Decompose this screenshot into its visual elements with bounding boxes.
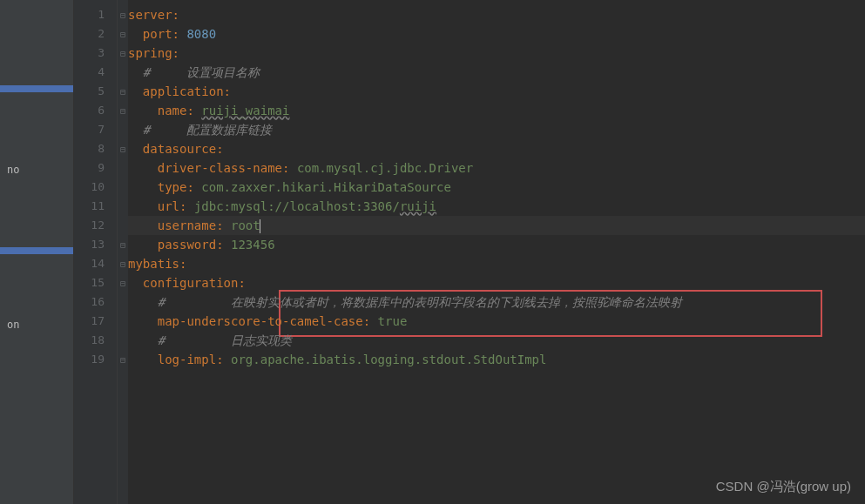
line-number[interactable]: 17 — [74, 312, 117, 331]
yaml-key: password — [158, 238, 216, 252]
code-line[interactable]: port: 8080 — [128, 24, 865, 44]
fold-toggle-icon — [118, 120, 128, 139]
code-line[interactable]: type: com.zaxxer.hikari.HikariDataSource — [128, 178, 865, 197]
watermark-text: CSDN @冯浩(grow up) — [716, 479, 851, 495]
code-line[interactable]: application: — [128, 82, 865, 101]
yaml-punct: : — [186, 180, 201, 194]
yaml-punct: : — [282, 161, 297, 175]
yaml-key: map-underscore-to-camel-case — [158, 314, 363, 328]
code-line[interactable]: log-impl: org.apache.ibatis.logging.stdo… — [128, 350, 865, 369]
fold-toggle-icon[interactable]: ⊟ — [118, 273, 128, 292]
fold-toggle-icon — [118, 63, 128, 82]
line-number[interactable]: 12 — [74, 216, 117, 235]
code-line[interactable]: password: 123456 — [128, 235, 865, 254]
yaml-key: name — [158, 104, 187, 118]
code-line[interactable]: # 配置数据库链接 — [128, 120, 865, 139]
yaml-value: root — [231, 218, 260, 232]
line-number[interactable]: 14 — [74, 254, 117, 273]
line-number[interactable]: 3 — [74, 44, 117, 63]
yaml-comment: # 配置数据库链接 — [143, 123, 273, 137]
fold-toggle-icon[interactable]: ⊟ — [118, 350, 128, 369]
code-line[interactable]: spring: — [128, 44, 865, 63]
sidebar-item-selected[interactable] — [0, 247, 73, 254]
yaml-comment: # 设置项目名称 — [143, 65, 260, 79]
sidebar-item-no[interactable]: no — [0, 160, 73, 179]
line-number[interactable]: 4 — [74, 63, 117, 82]
project-sidebar[interactable]: no on — [0, 0, 74, 504]
text — [128, 333, 158, 347]
fold-toggle-icon[interactable]: ⊟ — [118, 254, 128, 273]
code-line[interactable]: url: jdbc:mysql://localhost:3306/ruiji — [128, 197, 865, 216]
yaml-number: 8080 — [186, 27, 216, 41]
yaml-punct: : — [179, 199, 194, 213]
text — [128, 161, 158, 175]
yaml-key: server — [128, 8, 172, 22]
text — [128, 180, 158, 194]
code-editor[interactable]: server: port: 8080spring: # 设置项目名称 appli… — [128, 0, 865, 504]
code-line[interactable]: username: root — [128, 216, 865, 235]
yaml-punct: : — [216, 142, 223, 156]
yaml-punct: : — [179, 257, 186, 271]
line-number-gutter[interactable]: 12345678910111213141516171819 — [74, 0, 118, 504]
yaml-value-typo: ruiji_waimai — [201, 104, 289, 118]
yaml-value: org.apache.ibatis.logging.stdout.StdOutI… — [231, 353, 546, 366]
fold-toggle-icon[interactable]: ⊟ — [118, 235, 128, 254]
text — [128, 104, 158, 118]
code-line[interactable]: server: — [128, 5, 865, 24]
code-line[interactable]: name: ruiji_waimai — [128, 101, 865, 120]
line-number[interactable]: 16 — [74, 292, 117, 312]
fold-toggle-icon[interactable]: ⊟ — [118, 24, 128, 44]
line-number[interactable]: 9 — [74, 158, 117, 178]
text — [128, 218, 158, 232]
sidebar-item-on[interactable]: on — [0, 315, 73, 334]
code-line[interactable]: # 设置项目名称 — [128, 63, 865, 82]
fold-gutter[interactable]: ⊟⊟⊟⊟⊟⊟⊟⊟⊟⊟ — [118, 0, 128, 504]
line-number[interactable]: 18 — [74, 331, 117, 350]
line-number[interactable]: 1 — [74, 5, 117, 24]
line-number[interactable]: 15 — [74, 273, 117, 292]
fold-toggle-icon[interactable]: ⊟ — [118, 82, 128, 101]
yaml-comment: # 日志实现类 — [158, 333, 292, 347]
yaml-key: username — [158, 218, 216, 232]
text — [128, 123, 143, 137]
fold-toggle-icon[interactable]: ⊟ — [118, 101, 128, 120]
line-number[interactable]: 10 — [74, 178, 117, 197]
yaml-value: jdbc:mysql://localhost:3306/ — [194, 199, 400, 213]
text — [128, 314, 158, 328]
code-line[interactable]: map-underscore-to-camel-case: true — [128, 312, 865, 331]
line-number[interactable]: 13 — [74, 235, 117, 254]
fold-toggle-icon[interactable]: ⊟ — [118, 139, 128, 158]
code-line[interactable]: datasource: — [128, 139, 865, 158]
text — [128, 142, 143, 156]
yaml-comment: # 在映射实体或者时，将数据库中的表明和字段名的下划线去掉，按照驼峰命名法映射 — [158, 295, 682, 309]
fold-toggle-icon — [118, 312, 128, 331]
line-number[interactable]: 8 — [74, 139, 117, 158]
code-line[interactable]: # 日志实现类 — [128, 331, 865, 350]
line-number[interactable]: 11 — [74, 197, 117, 216]
line-number[interactable]: 7 — [74, 120, 117, 139]
fold-toggle-icon[interactable]: ⊟ — [118, 5, 128, 24]
code-line[interactable]: # 在映射实体或者时，将数据库中的表明和字段名的下划线去掉，按照驼峰命名法映射 — [128, 292, 865, 312]
line-number[interactable]: 5 — [74, 82, 117, 101]
yaml-key: spring — [128, 46, 172, 60]
yaml-punct: : — [216, 218, 231, 232]
yaml-punct: : — [363, 314, 378, 328]
code-line[interactable]: driver-class-name: com.mysql.cj.jdbc.Dri… — [128, 158, 865, 178]
fold-toggle-icon[interactable]: ⊟ — [118, 44, 128, 63]
code-line[interactable]: mybatis: — [128, 254, 865, 273]
yaml-punct: : — [216, 353, 231, 366]
sidebar-item-1[interactable] — [0, 85, 73, 92]
fold-toggle-icon — [118, 331, 128, 350]
text — [128, 295, 158, 309]
yaml-punct: : — [186, 104, 201, 118]
text — [128, 27, 143, 41]
text — [128, 65, 143, 79]
code-line[interactable]: configuration: — [128, 273, 865, 292]
text — [128, 238, 158, 252]
line-number[interactable]: 6 — [74, 101, 117, 120]
line-number[interactable]: 19 — [74, 350, 117, 369]
line-number[interactable]: 2 — [74, 24, 117, 44]
yaml-key: url — [158, 199, 179, 213]
yaml-key: application — [143, 84, 224, 98]
text — [128, 353, 158, 366]
